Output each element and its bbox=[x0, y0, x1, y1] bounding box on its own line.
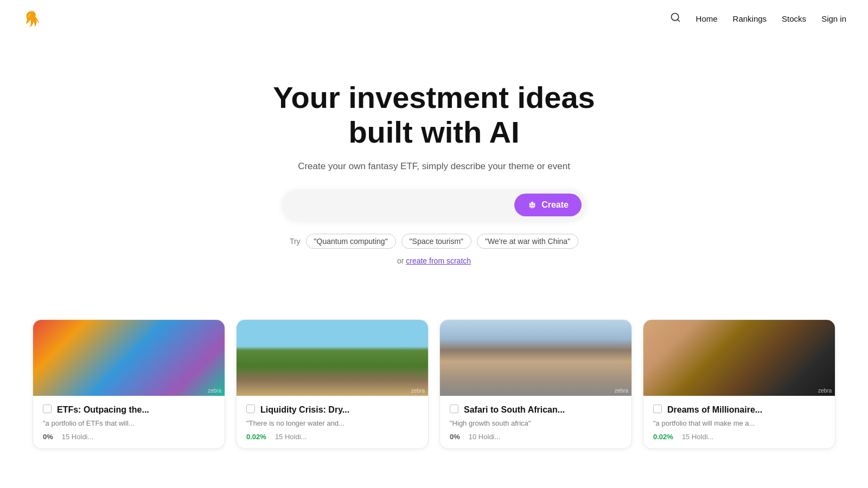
scratch-row: or create from scratch bbox=[397, 256, 471, 265]
card-desc-3: "a portfolio that will make me a... bbox=[653, 419, 825, 427]
create-icon bbox=[527, 200, 537, 210]
card-millionaire[interactable]: zebra Dreams of Millionaire... "a portfo… bbox=[643, 319, 835, 449]
card-image-river: zebra bbox=[237, 320, 428, 396]
create-from-scratch-link[interactable]: create from scratch bbox=[406, 256, 471, 265]
create-button[interactable]: Create bbox=[514, 194, 582, 216]
suggestion-chip-0[interactable]: "Quantum computing" bbox=[306, 234, 396, 249]
nav-rankings-link[interactable]: Rankings bbox=[733, 14, 767, 23]
card-watermark-0: zebra bbox=[208, 388, 221, 394]
nav-links: Home Rankings Stocks Sign in bbox=[670, 12, 846, 25]
card-perf-1: 0.02% bbox=[246, 433, 266, 441]
card-checkbox-1[interactable] bbox=[246, 404, 255, 413]
card-body-2: Safari to South African... "High growth … bbox=[440, 396, 631, 448]
card-image-office: zebra bbox=[643, 320, 835, 396]
suggestions-row: Try "Quantum computing" "Space tourism" … bbox=[290, 234, 578, 249]
card-meta-1: 0.02% 15 Holdi... bbox=[246, 433, 418, 441]
nav-search-icon[interactable] bbox=[670, 12, 681, 25]
card-checkbox-2[interactable] bbox=[450, 404, 458, 413]
card-holdings-0: 15 Holdi... bbox=[62, 433, 94, 441]
svg-rect-2 bbox=[529, 203, 535, 208]
hero-subtitle: Create your own fantasy ETF, simply desc… bbox=[298, 161, 570, 172]
logo[interactable] bbox=[22, 9, 41, 28]
nav-signin-link[interactable]: Sign in bbox=[821, 14, 846, 23]
card-desc-0: "a portfolio of ETFs that will... bbox=[43, 419, 215, 427]
card-title-1: Liquidity Crisis: Dry... bbox=[260, 404, 349, 416]
logo-icon bbox=[22, 9, 41, 28]
card-liquidity[interactable]: zebra Liquidity Crisis: Dry... "There is… bbox=[236, 319, 429, 449]
svg-point-4 bbox=[531, 204, 532, 206]
card-etfs[interactable]: zebra ETFs: Outpacing the... "a portfoli… bbox=[33, 319, 225, 449]
suggestion-chip-1[interactable]: "Space tourism" bbox=[401, 234, 471, 249]
search-input[interactable] bbox=[293, 200, 514, 210]
card-watermark-2: zebra bbox=[615, 388, 628, 394]
card-desc-1: "There is no longer water and... bbox=[246, 419, 418, 427]
card-holdings-1: 15 Holdi... bbox=[275, 433, 307, 441]
card-checkbox-0[interactable] bbox=[43, 404, 52, 413]
card-perf-2: 0% bbox=[450, 433, 460, 441]
card-watermark-3: zebra bbox=[818, 388, 832, 394]
card-meta-0: 0% 15 Holdi... bbox=[43, 433, 215, 441]
card-image-city: zebra bbox=[440, 320, 631, 396]
suggestion-chip-2[interactable]: "We're at war with China" bbox=[477, 234, 578, 249]
nav-home-link[interactable]: Home bbox=[696, 14, 718, 23]
svg-line-1 bbox=[677, 20, 679, 22]
card-watermark-1: zebra bbox=[411, 388, 425, 394]
card-body-1: Liquidity Crisis: Dry... "There is no lo… bbox=[237, 396, 428, 448]
card-perf-0: 0% bbox=[43, 433, 53, 441]
hero-section: Your investment ideas built with AI Crea… bbox=[0, 37, 868, 319]
card-title-3: Dreams of Millionaire... bbox=[667, 404, 762, 416]
card-meta-2: 0% 10 Holdi... bbox=[450, 433, 622, 441]
card-title-0: ETFs: Outpacing the... bbox=[57, 404, 149, 416]
card-safari[interactable]: zebra Safari to South African... "High g… bbox=[439, 319, 632, 449]
card-holdings-3: 15 Holdi... bbox=[682, 433, 714, 441]
navbar: Home Rankings Stocks Sign in bbox=[0, 0, 868, 37]
card-meta-3: 0.02% 15 Holdi... bbox=[653, 433, 825, 441]
card-body-3: Dreams of Millionaire... "a portfolio th… bbox=[643, 396, 835, 448]
try-label: Try bbox=[290, 237, 301, 246]
cards-section: zebra ETFs: Outpacing the... "a portfoli… bbox=[0, 319, 868, 471]
card-title-2: Safari to South African... bbox=[464, 404, 565, 416]
card-image-watercolor: zebra bbox=[33, 320, 225, 396]
card-body-0: ETFs: Outpacing the... "a portfolio of E… bbox=[33, 396, 225, 448]
card-checkbox-3[interactable] bbox=[653, 404, 662, 413]
hero-title: Your investment ideas built with AI bbox=[273, 80, 595, 150]
nav-stocks-link[interactable]: Stocks bbox=[782, 14, 806, 23]
card-desc-2: "High growth south africa" bbox=[450, 419, 622, 427]
card-perf-3: 0.02% bbox=[653, 433, 673, 441]
search-box: Create bbox=[282, 189, 586, 221]
svg-rect-3 bbox=[531, 202, 534, 203]
svg-point-5 bbox=[533, 204, 534, 206]
card-holdings-2: 10 Holdi... bbox=[469, 433, 501, 441]
